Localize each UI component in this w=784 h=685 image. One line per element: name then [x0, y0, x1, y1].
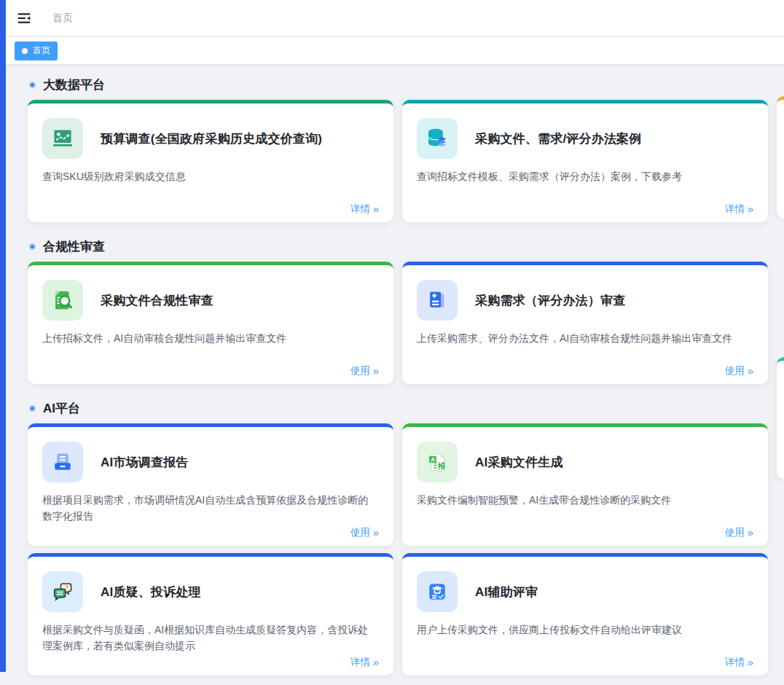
- main-content: 大数据平台 预算调查(全国政府采购历史成交价查询)查询SKU级别政府采购成交信息…: [6, 65, 784, 685]
- service-card[interactable]: 采购文件、需求/评分办法案例查询招标文件模板、采购需求（评分办法）案例，下载参考…: [402, 100, 768, 222]
- card-grid: 预算调查(全国政府采购历史成交价查询)查询SKU级别政府采购成交信息详情» 采购…: [28, 100, 768, 222]
- card-title: AI采购文件生成: [475, 454, 563, 471]
- card-action-label: 使用: [350, 364, 370, 377]
- card-description: 用户上传采购文件，供应商上传投标文件自动给出评审建议: [417, 622, 753, 638]
- double-arrow-icon: »: [373, 657, 379, 668]
- cutoff-card[interactable]: [777, 357, 784, 480]
- top-navbar: 首页: [6, 0, 784, 36]
- service-card[interactable]: ? AI质疑、投诉处理根据采购文件与质疑函，AI根据知识库自动生成质疑答复内容，…: [28, 553, 393, 676]
- card-action-link[interactable]: 详情»: [350, 203, 379, 216]
- card-action-label: 详情: [725, 656, 745, 669]
- card-title: 采购需求（评分办法）审查: [475, 292, 625, 309]
- card-title: AI辅助评审: [475, 584, 538, 600]
- tag-active-dot-icon: [22, 48, 28, 54]
- card-title: 采购文件、需求/评分办法案例: [475, 130, 642, 147]
- clipboard-plus-icon: [417, 280, 458, 321]
- service-card[interactable]: 招 AAI采购文件生成采购文件编制智能预警，AI生成带合规性诊断的采购文件使用»: [402, 423, 768, 546]
- breadcrumb[interactable]: 首页: [52, 12, 73, 25]
- card-action-label: 使用: [350, 526, 370, 539]
- card-header: 预算调查(全国政府采购历史成交价查询): [42, 118, 379, 159]
- double-arrow-icon: »: [373, 365, 379, 376]
- card-action-label: 使用: [725, 526, 745, 539]
- card-description: 根据项目采购需求，市场调研情况AI自动生成含预算依据及合规性诊断的数字化报告: [42, 493, 379, 524]
- section-dot-icon: [29, 243, 36, 250]
- card-header: 采购需求（评分办法）审查: [417, 280, 753, 321]
- collapse-sidebar-icon[interactable]: [16, 10, 32, 26]
- card-header: 采购文件、需求/评分办法案例: [417, 118, 753, 159]
- chart-board-icon: [42, 118, 83, 159]
- card-action-link[interactable]: 使用»: [725, 364, 753, 377]
- tag-home-label: 首页: [33, 44, 50, 57]
- card-grid: 采购文件合规性审查上传招标文件，AI自动审核合规性问题并输出审查文件使用» 采购…: [28, 262, 768, 384]
- card-title: 采购文件合规性审查: [101, 292, 213, 309]
- card-action-link[interactable]: 详情»: [350, 656, 379, 669]
- tags-view-bar: 首页: [6, 37, 784, 64]
- card-description: 根据采购文件与质疑函，AI根据知识库自动生成质疑答复内容，含投诉处理案例库，若有…: [42, 622, 379, 654]
- card-action-label: 使用: [725, 364, 745, 377]
- section-1: 合规性审查 采购文件合规性审查上传招标文件，AI自动审核合规性问题并输出审查文件…: [28, 238, 768, 384]
- service-card[interactable]: 采购文件合规性审查上传招标文件，AI自动审核合规性问题并输出审查文件使用»: [28, 262, 393, 384]
- section-title-label: AI平台: [43, 400, 80, 417]
- svg-text:A: A: [431, 456, 435, 463]
- service-card[interactable]: AI辅助评审用户上传采购文件，供应商上传投标文件自动给出评审建议详情»: [402, 553, 768, 676]
- sidebar-sliver: [0, 0, 6, 672]
- double-arrow-icon: »: [748, 657, 753, 668]
- section-0: 大数据平台 预算调查(全国政府采购历史成交价查询)查询SKU级别政府采购成交信息…: [28, 77, 768, 222]
- section-dot-icon: [29, 82, 36, 88]
- section-title-label: 合规性审查: [43, 238, 105, 255]
- card-action-link[interactable]: 使用»: [350, 526, 379, 539]
- section-title: 合规性审查: [29, 238, 768, 255]
- card-action-label: 详情: [725, 203, 745, 216]
- double-arrow-icon: »: [373, 203, 379, 214]
- tag-home[interactable]: 首页: [15, 42, 58, 60]
- double-arrow-icon: »: [748, 527, 753, 538]
- svg-text:招: 招: [437, 462, 445, 470]
- service-card[interactable]: AI市场调查报告根据项目采购需求，市场调研情况AI自动生成含预算依据及合规性诊断…: [28, 423, 393, 546]
- doc-generate-icon: 招 A: [417, 442, 458, 482]
- card-header: ? AI质疑、投诉处理: [42, 571, 379, 612]
- card-description: 查询SKU级别政府采购成交信息: [42, 169, 379, 185]
- sections: 大数据平台 预算调查(全国政府采购历史成交价查询)查询SKU级别政府采购成交信息…: [28, 77, 768, 676]
- card-grid: AI市场调查报告根据项目采购需求，市场调研情况AI自动生成含预算依据及合规性诊断…: [28, 423, 768, 676]
- card-action-label: 详情: [350, 656, 370, 669]
- card-header: 招 AAI采购文件生成: [417, 442, 753, 482]
- review-badge-icon: [417, 571, 458, 612]
- database-icon: [417, 118, 458, 159]
- section-dot-icon: [29, 405, 36, 412]
- section-title: 大数据平台: [29, 77, 768, 93]
- card-title: 预算调查(全国政府采购历史成交价查询): [101, 130, 322, 147]
- card-description: 上传采购需求、评分办法文件，AI自动审核合规性问题并输出审查文件: [417, 331, 753, 347]
- card-title: AI市场调查报告: [101, 454, 189, 471]
- doc-search-icon: [42, 280, 83, 321]
- card-title: AI质疑、投诉处理: [101, 584, 201, 600]
- card-header: AI市场调查报告: [42, 442, 379, 482]
- double-arrow-icon: »: [373, 527, 379, 538]
- report-printer-icon: [42, 442, 83, 482]
- chat-question-icon: ?: [42, 571, 83, 612]
- card-header: 采购文件合规性审查: [42, 280, 379, 321]
- section-2: AI平台 AI市场调查报告根据项目采购需求，市场调研情况AI自动生成含预算依据及…: [28, 400, 768, 676]
- card-action-link[interactable]: 使用»: [725, 526, 753, 539]
- section-title: AI平台: [29, 400, 768, 417]
- service-card[interactable]: 预算调查(全国政府采购历史成交价查询)查询SKU级别政府采购成交信息详情»: [28, 100, 393, 222]
- card-action-label: 详情: [350, 203, 370, 216]
- cutoff-card[interactable]: [777, 96, 784, 219]
- card-header: AI辅助评审: [417, 571, 753, 612]
- card-description: 查询招标文件模板、采购需求（评分办法）案例，下载参考: [417, 169, 753, 185]
- card-description: 上传招标文件，AI自动审核合规性问题并输出审查文件: [42, 331, 379, 347]
- card-action-link[interactable]: 详情»: [725, 656, 753, 669]
- double-arrow-icon: »: [748, 365, 753, 376]
- service-card[interactable]: 采购需求（评分办法）审查上传采购需求、评分办法文件，AI自动审核合规性问题并输出…: [402, 262, 768, 384]
- card-description: 采购文件编制智能预警，AI生成带合规性诊断的采购文件: [417, 493, 753, 509]
- double-arrow-icon: »: [748, 203, 753, 214]
- card-action-link[interactable]: 使用»: [350, 364, 379, 377]
- section-title-label: 大数据平台: [43, 77, 105, 93]
- card-action-link[interactable]: 详情»: [725, 203, 753, 216]
